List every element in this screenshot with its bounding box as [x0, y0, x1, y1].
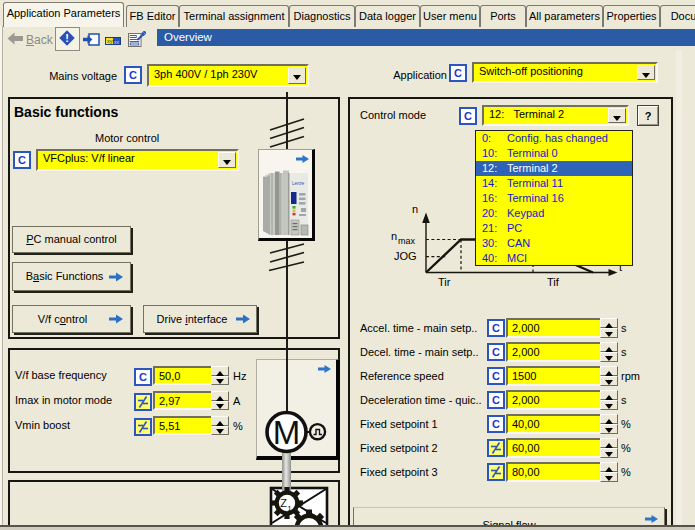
svg-text:n: n	[412, 203, 418, 215]
svg-text:n: n	[391, 230, 397, 242]
svg-text:Z: Z	[280, 497, 287, 509]
svg-text:M: M	[273, 414, 301, 451]
svg-text:max: max	[398, 236, 416, 246]
svg-text:Lenze: Lenze	[292, 181, 305, 186]
svg-text:Tir: Tir	[438, 276, 451, 288]
svg-text:Tif: Tif	[547, 276, 560, 288]
svg-text:!: !	[65, 32, 69, 44]
svg-text:xx: xx	[114, 39, 120, 45]
svg-text:1: 1	[287, 504, 292, 513]
svg-text:JOG: JOG	[394, 250, 417, 262]
